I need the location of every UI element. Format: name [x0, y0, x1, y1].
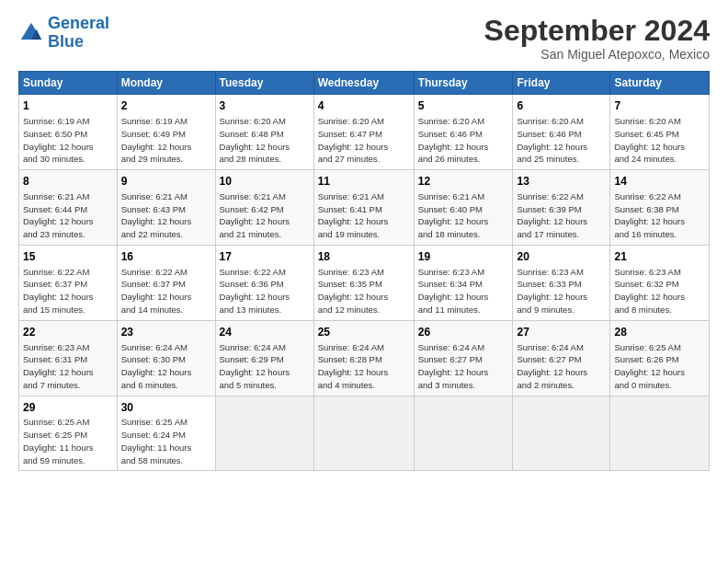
day-number: 16 — [121, 249, 211, 265]
day-info: Sunrise: 6:24 AM Sunset: 6:28 PM Dayligh… — [318, 341, 410, 392]
day-info: Sunrise: 6:20 AM Sunset: 6:46 PM Dayligh… — [418, 115, 509, 166]
calendar-cell: 10Sunrise: 6:21 AM Sunset: 6:42 PM Dayli… — [215, 170, 313, 246]
day-number: 19 — [418, 249, 509, 265]
week-row-4: 22Sunrise: 6:23 AM Sunset: 6:31 PM Dayli… — [19, 320, 710, 396]
day-number: 18 — [318, 249, 410, 265]
day-number: 22 — [23, 325, 113, 340]
calendar-cell: 14Sunrise: 6:22 AM Sunset: 6:38 PM Dayli… — [610, 170, 710, 246]
day-number: 3 — [220, 98, 310, 114]
calendar-cell: 16Sunrise: 6:22 AM Sunset: 6:37 PM Dayli… — [117, 245, 215, 320]
calendar-cell: 1Sunrise: 6:19 AM Sunset: 6:50 PM Daylig… — [19, 95, 118, 170]
calendar-cell: 11Sunrise: 6:21 AM Sunset: 6:41 PM Dayli… — [313, 170, 414, 246]
day-number: 14 — [614, 174, 705, 190]
day-info: Sunrise: 6:23 AM Sunset: 6:35 PM Dayligh… — [318, 266, 410, 316]
day-info: Sunrise: 6:20 AM Sunset: 6:48 PM Dayligh… — [220, 115, 310, 166]
week-row-3: 15Sunrise: 6:22 AM Sunset: 6:37 PM Dayli… — [19, 245, 710, 320]
calendar-body: 1Sunrise: 6:19 AM Sunset: 6:50 PM Daylig… — [19, 95, 710, 471]
day-info: Sunrise: 6:21 AM Sunset: 6:41 PM Dayligh… — [318, 190, 410, 241]
calendar-cell: 6Sunrise: 6:20 AM Sunset: 6:46 PM Daylig… — [513, 95, 610, 170]
calendar-cell: 5Sunrise: 6:20 AM Sunset: 6:46 PM Daylig… — [414, 95, 513, 170]
calendar-cell: 28Sunrise: 6:25 AM Sunset: 6:26 PM Dayli… — [610, 320, 710, 396]
calendar-cell: 25Sunrise: 6:24 AM Sunset: 6:28 PM Dayli… — [313, 320, 414, 396]
day-number: 13 — [517, 174, 606, 190]
day-number: 23 — [121, 325, 211, 340]
day-number: 4 — [318, 98, 410, 114]
day-info: Sunrise: 6:20 AM Sunset: 6:46 PM Dayligh… — [517, 115, 606, 166]
calendar-cell: 29Sunrise: 6:25 AM Sunset: 6:25 PM Dayli… — [19, 396, 118, 471]
day-number: 1 — [23, 98, 113, 114]
calendar-cell: 13Sunrise: 6:22 AM Sunset: 6:39 PM Dayli… — [513, 170, 610, 246]
calendar-cell: 27Sunrise: 6:24 AM Sunset: 6:27 PM Dayli… — [513, 320, 610, 396]
calendar-cell — [610, 396, 710, 471]
week-row-5: 29Sunrise: 6:25 AM Sunset: 6:25 PM Dayli… — [19, 396, 710, 471]
day-info: Sunrise: 6:25 AM Sunset: 6:26 PM Dayligh… — [614, 341, 705, 392]
day-number: 24 — [220, 325, 310, 340]
calendar-cell — [215, 396, 313, 471]
day-number: 6 — [517, 98, 606, 114]
day-number: 29 — [23, 400, 113, 416]
calendar-cell — [513, 396, 610, 471]
day-info: Sunrise: 6:24 AM Sunset: 6:27 PM Dayligh… — [418, 341, 509, 392]
calendar-header: SundayMondayTuesdayWednesdayThursdayFrid… — [19, 72, 710, 95]
day-info: Sunrise: 6:24 AM Sunset: 6:30 PM Dayligh… — [121, 341, 211, 392]
day-number: 5 — [418, 98, 509, 114]
day-info: Sunrise: 6:24 AM Sunset: 6:27 PM Dayligh… — [517, 341, 606, 392]
day-info: Sunrise: 6:21 AM Sunset: 6:44 PM Dayligh… — [23, 190, 113, 241]
calendar-cell: 4Sunrise: 6:20 AM Sunset: 6:47 PM Daylig… — [313, 95, 414, 170]
logo-icon — [18, 20, 44, 46]
logo-text: General Blue — [48, 15, 109, 52]
header: General Blue September 2024 San Miguel A… — [18, 15, 710, 62]
weekday-header-wednesday: Wednesday — [313, 72, 414, 95]
calendar-cell: 18Sunrise: 6:23 AM Sunset: 6:35 PM Dayli… — [313, 245, 414, 320]
calendar-cell: 7Sunrise: 6:20 AM Sunset: 6:45 PM Daylig… — [610, 95, 710, 170]
day-info: Sunrise: 6:22 AM Sunset: 6:36 PM Dayligh… — [220, 266, 310, 316]
weekday-header-tuesday: Tuesday — [215, 72, 313, 95]
day-info: Sunrise: 6:20 AM Sunset: 6:45 PM Dayligh… — [614, 115, 705, 166]
calendar-cell: 8Sunrise: 6:21 AM Sunset: 6:44 PM Daylig… — [19, 170, 118, 246]
month-title: September 2024 — [484, 15, 710, 47]
week-row-2: 8Sunrise: 6:21 AM Sunset: 6:44 PM Daylig… — [19, 170, 710, 246]
calendar-cell: 30Sunrise: 6:25 AM Sunset: 6:24 PM Dayli… — [117, 396, 215, 471]
logo: General Blue — [18, 15, 109, 52]
calendar-cell: 21Sunrise: 6:23 AM Sunset: 6:32 PM Dayli… — [610, 245, 710, 320]
day-info: Sunrise: 6:20 AM Sunset: 6:47 PM Dayligh… — [318, 115, 410, 166]
logo-line1: General — [48, 14, 109, 32]
title-area: September 2024 San Miguel Atepoxco, Mexi… — [484, 15, 710, 62]
calendar-cell: 26Sunrise: 6:24 AM Sunset: 6:27 PM Dayli… — [414, 320, 513, 396]
day-info: Sunrise: 6:23 AM Sunset: 6:34 PM Dayligh… — [418, 266, 509, 316]
day-number: 28 — [614, 325, 705, 340]
calendar-cell: 17Sunrise: 6:22 AM Sunset: 6:36 PM Dayli… — [215, 245, 313, 320]
calendar-cell: 22Sunrise: 6:23 AM Sunset: 6:31 PM Dayli… — [19, 320, 118, 396]
calendar-cell: 19Sunrise: 6:23 AM Sunset: 6:34 PM Dayli… — [414, 245, 513, 320]
logo-line2: Blue — [48, 32, 84, 51]
day-info: Sunrise: 6:23 AM Sunset: 6:32 PM Dayligh… — [614, 266, 705, 316]
week-row-1: 1Sunrise: 6:19 AM Sunset: 6:50 PM Daylig… — [19, 95, 710, 170]
day-number: 8 — [23, 174, 113, 190]
day-info: Sunrise: 6:25 AM Sunset: 6:24 PM Dayligh… — [121, 416, 211, 466]
calendar-cell: 20Sunrise: 6:23 AM Sunset: 6:33 PM Dayli… — [513, 245, 610, 320]
location: San Miguel Atepoxco, Mexico — [484, 47, 710, 62]
day-number: 12 — [418, 174, 509, 190]
day-number: 26 — [418, 325, 509, 340]
calendar-table: SundayMondayTuesdayWednesdayThursdayFrid… — [18, 71, 710, 471]
day-number: 21 — [614, 249, 705, 265]
day-info: Sunrise: 6:22 AM Sunset: 6:37 PM Dayligh… — [121, 266, 211, 316]
day-info: Sunrise: 6:25 AM Sunset: 6:25 PM Dayligh… — [23, 416, 113, 466]
day-number: 7 — [614, 98, 705, 114]
day-info: Sunrise: 6:22 AM Sunset: 6:39 PM Dayligh… — [517, 190, 606, 241]
day-info: Sunrise: 6:21 AM Sunset: 6:42 PM Dayligh… — [220, 190, 310, 241]
day-number: 25 — [318, 325, 410, 340]
weekday-row: SundayMondayTuesdayWednesdayThursdayFrid… — [19, 72, 710, 95]
day-info: Sunrise: 6:23 AM Sunset: 6:31 PM Dayligh… — [23, 341, 113, 392]
day-number: 27 — [517, 325, 606, 340]
day-info: Sunrise: 6:22 AM Sunset: 6:37 PM Dayligh… — [23, 266, 113, 316]
weekday-header-monday: Monday — [117, 72, 215, 95]
weekday-header-thursday: Thursday — [414, 72, 513, 95]
calendar-cell — [414, 396, 513, 471]
weekday-header-sunday: Sunday — [19, 72, 118, 95]
day-info: Sunrise: 6:19 AM Sunset: 6:49 PM Dayligh… — [121, 115, 211, 166]
day-number: 30 — [121, 400, 211, 416]
calendar-cell: 3Sunrise: 6:20 AM Sunset: 6:48 PM Daylig… — [215, 95, 313, 170]
calendar-cell: 24Sunrise: 6:24 AM Sunset: 6:29 PM Dayli… — [215, 320, 313, 396]
calendar-cell — [313, 396, 414, 471]
